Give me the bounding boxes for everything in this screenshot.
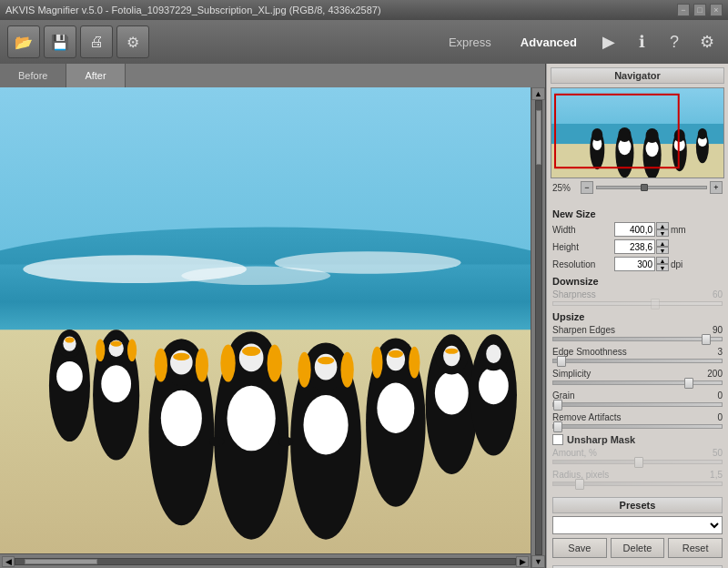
simplicity-slider-container[interactable]	[552, 380, 723, 385]
resolution-unit: dpi	[671, 259, 682, 269]
svg-point-27	[228, 386, 276, 451]
sharpness-slider-container	[552, 301, 723, 306]
width-down[interactable]: ▼	[656, 229, 669, 237]
svg-point-44	[389, 350, 403, 358]
navigator-controls: 25% − +	[551, 178, 724, 197]
canvas-area: Before After	[0, 64, 546, 568]
svg-point-46	[409, 347, 420, 379]
remove-artifacts-thumb[interactable]	[553, 421, 562, 432]
tab-before[interactable]: Before	[0, 64, 66, 87]
zoom-slider[interactable]	[596, 186, 707, 189]
tab-advanced[interactable]: Advanced	[506, 30, 592, 55]
amount-thumb	[634, 457, 643, 468]
radius-slider	[552, 482, 723, 486]
width-up[interactable]: ▲	[656, 222, 669, 229]
new-size-section: New Size Width ▲ ▼ mm Height ▲ ▼ Res	[547, 200, 728, 495]
grain-slider-container[interactable]	[552, 402, 723, 407]
svg-point-69	[646, 128, 659, 143]
sharpen-edges-thumb[interactable]	[702, 334, 711, 345]
sharpen-edges-label-row: Sharpen Edges 90	[552, 325, 723, 335]
zoom-out-button[interactable]: −	[581, 181, 593, 194]
svg-point-53	[479, 367, 509, 404]
grain-slider[interactable]	[552, 402, 723, 407]
resolution-down[interactable]: ▼	[656, 264, 669, 271]
svg-point-30	[242, 347, 260, 356]
height-down[interactable]: ▼	[656, 247, 669, 254]
upsize-label: Upsize	[552, 311, 723, 322]
app-title: AKVIS Magnifier v.5.0 - Fotolia_10937229…	[5, 5, 381, 15]
grain-thumb[interactable]	[553, 400, 562, 411]
height-input[interactable]	[614, 239, 655, 254]
edge-smoothness-slider[interactable]	[552, 359, 723, 363]
resolution-input[interactable]	[614, 257, 655, 271]
remove-artifacts-slider-container[interactable]	[552, 424, 723, 429]
svg-point-5	[181, 267, 330, 285]
sharpen-edges-slider[interactable]	[552, 337, 723, 341]
svg-point-34	[303, 395, 348, 455]
vscroll-up-button[interactable]: ▲	[531, 87, 545, 100]
unsharp-mask-checkbox[interactable]	[552, 434, 563, 445]
settings-button[interactable]: ⚙	[116, 25, 149, 58]
canvas-content[interactable]	[0, 87, 531, 553]
reset-preset-button[interactable]: Reset	[668, 538, 723, 558]
svg-point-37	[318, 357, 334, 364]
svg-point-13	[101, 365, 131, 402]
minimize-button[interactable]: −	[677, 4, 690, 16]
preferences-icon[interactable]: ⚙	[693, 28, 721, 56]
width-label: Width	[552, 225, 614, 235]
simplicity-value: 200	[707, 369, 723, 379]
simplicity-slider[interactable]	[552, 380, 723, 385]
navigator-preview[interactable]	[551, 87, 724, 178]
canvas-hscroll[interactable]: ◀ ▶	[0, 553, 531, 568]
vscroll-down-button[interactable]: ▼	[531, 555, 545, 568]
main-area: Before After	[0, 64, 728, 568]
info-button[interactable]: ℹ	[628, 28, 655, 56]
sharpness-thumb	[651, 299, 660, 309]
tab-after[interactable]: After	[66, 64, 125, 87]
edge-smoothness-thumb[interactable]	[557, 356, 566, 367]
height-up[interactable]: ▲	[656, 239, 669, 247]
width-input[interactable]	[614, 222, 655, 237]
svg-point-57	[278, 437, 293, 446]
help-button[interactable]: ?	[661, 28, 688, 56]
open-file-button[interactable]: 📂	[7, 25, 40, 58]
hscroll-thumb[interactable]	[25, 559, 97, 564]
vscroll-area: ▲ ▼	[531, 87, 545, 568]
simplicity-thumb[interactable]	[684, 378, 693, 389]
remove-artifacts-slider[interactable]	[552, 424, 723, 429]
amount-slider	[552, 460, 723, 464]
svg-point-45	[371, 347, 382, 379]
delete-preset-button[interactable]: Delete	[611, 538, 665, 558]
resolution-label: Resolution	[552, 259, 614, 269]
presets-select[interactable]	[552, 516, 723, 534]
edge-smoothness-slider-container[interactable]	[552, 359, 723, 363]
vscroll-thumb[interactable]	[536, 110, 541, 165]
save-preset-button[interactable]: Save	[552, 538, 607, 558]
resolution-up[interactable]: ▲	[656, 257, 669, 264]
svg-point-8	[56, 361, 83, 391]
toolbar-actions: ▶ ℹ ? ⚙	[595, 28, 721, 56]
close-button[interactable]: ×	[710, 4, 723, 16]
presets-section: Presets Save Delete Reset	[547, 495, 728, 562]
play-button[interactable]: ▶	[595, 28, 622, 56]
height-row: Height ▲ ▼	[552, 239, 723, 254]
hscroll-right-button[interactable]: ▶	[516, 556, 529, 567]
penguin-image	[0, 87, 531, 553]
sharpen-edges-slider-container[interactable]	[552, 337, 723, 341]
resolution-row: Resolution ▲ ▼ dpi	[552, 257, 723, 271]
print-button[interactable]: 🖨	[80, 25, 113, 58]
maximize-button[interactable]: □	[693, 4, 706, 16]
svg-point-16	[111, 341, 122, 347]
vscroll-track[interactable]	[535, 100, 542, 555]
main-toolbar: 📂 💾 🖨 ⚙ Express Advanced ▶ ℹ ? ⚙	[0, 20, 728, 64]
zoom-in-button[interactable]: +	[710, 181, 723, 194]
zoom-slider-thumb[interactable]	[641, 184, 648, 191]
remove-artifacts-label: Remove Artifacts	[552, 412, 622, 422]
navigator-section: Navigator	[547, 64, 728, 200]
hscroll-track[interactable]	[15, 558, 516, 565]
save-file-button[interactable]: 💾	[44, 25, 76, 58]
tab-express[interactable]: Express	[434, 30, 506, 55]
hscroll-left-button[interactable]: ◀	[2, 556, 15, 567]
sharpness-label: Sharpness	[552, 289, 596, 299]
simplicity-label: Simplicity	[552, 369, 591, 379]
